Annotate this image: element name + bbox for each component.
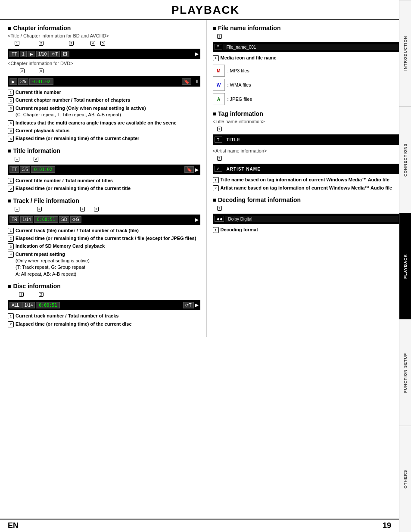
page-footer: EN 19 <box>0 519 399 532</box>
tag2-icon: A <box>215 166 222 172</box>
tag-bar2-markers: 2 <box>213 156 405 162</box>
decoding-icon: ◀◀ <box>215 216 224 222</box>
num-seg: 1 <box>20 51 27 57</box>
title-bar-wrapper: 1 2 TT 3/5 0:01:02 🔖 ▶ <box>8 157 200 175</box>
tr-seg: TR <box>9 216 19 223</box>
tab-introduction[interactable]: INTRODUCTION <box>399 0 411 106</box>
track-play: ▶ <box>195 217 199 223</box>
disc-section: Disc information 1 2 ALL 1/14 0:00:51 ⟳T… <box>8 283 200 327</box>
track-marker-2: 2 <box>37 207 42 212</box>
chapter-bar1-markers: 1 2 3 4 5 <box>8 41 200 47</box>
marker-6: 6 <box>39 68 44 73</box>
disc-play: ▶ <box>195 302 199 308</box>
chapter-bar2: ▶ 3/5 0:01:02 🔖 II <box>8 76 200 87</box>
tag-sub1: <Title name information> <box>213 119 405 124</box>
title-item-2: 2Elapsed time (or remaining time) of the… <box>8 185 200 192</box>
decoding-text: Dolby Digital <box>225 216 404 222</box>
tag-sub2: <Artist name information> <box>213 148 405 153</box>
tag-item-2: 2Artist name based on tag information of… <box>213 185 405 191</box>
chapter-item-4: 4Indicates that the multi camera angle i… <box>8 120 200 126</box>
decoding-bar-wrapper: 1 ◀◀ Dolby Digital <box>213 206 405 224</box>
track-section: Track / File information 1 2 3 4 TR 1/14… <box>8 197 200 278</box>
all-seg: ALL <box>9 302 22 308</box>
title-marker-1: 1 <box>15 157 19 162</box>
jpeg-media-item: A : JPEG files <box>213 93 405 105</box>
tab-function-setup[interactable]: FUNCTION SETUP <box>399 319 411 426</box>
tab-others[interactable]: OTHERS <box>399 426 411 532</box>
marker-2b: 2 <box>20 68 25 73</box>
title-ratio: 3/5 <box>20 166 30 173</box>
track-marker-4: 4 <box>94 207 99 212</box>
track-time: 0:00:51 <box>34 216 58 223</box>
tag1-text: TITLE <box>223 137 400 143</box>
chapter-bar1: TT 1 ▶ 1/10 ⟳T 🎞 ▶ <box>8 49 200 59</box>
play-seg2: ▶ <box>9 78 17 85</box>
disc-time: 0:00:51 <box>36 302 60 308</box>
chapter-sub2: <Chapter information for DVD> <box>8 61 200 66</box>
tab-playback[interactable]: PLAYBACK <box>399 213 411 319</box>
disc-bar-markers: 1 2 <box>8 292 200 298</box>
wma-icon: W <box>213 79 225 91</box>
repeat-seg: ⟳T <box>50 51 60 57</box>
title-time: 0:01:02 <box>31 166 55 173</box>
decoding-bar: ◀◀ Dolby Digital <box>213 214 405 224</box>
chapter-item-1: 1Current title number <box>8 89 200 96</box>
track-heading: Track / File information <box>8 197 200 204</box>
marker-2: 2 <box>39 41 44 46</box>
track-bar-wrapper: 1 2 3 4 TR 1/14 0:00:51 SD ⟳G ▶ <box>8 207 200 225</box>
title-items: 1Current title number / Total number of … <box>8 177 200 192</box>
track-bar-markers: 1 2 3 4 <box>8 207 200 213</box>
tag-heading: Tag information <box>213 110 405 117</box>
marker-5: 5 <box>100 41 105 46</box>
tag1-icon: T <box>215 137 222 143</box>
page-title: PLAYBACK <box>0 0 411 20</box>
chapter-ratio-seg: 3/5 <box>18 78 28 85</box>
track-item-2: 2Elapsed time (or remaining time) of the… <box>8 235 200 242</box>
disc-heading: Disc information <box>8 283 200 289</box>
disc-marker-1: 1 <box>19 292 24 297</box>
disc-bar-wrapper: 1 2 ALL 1/14 0:00:51 ⟳T ▶ <box>8 292 200 310</box>
disc-marker-2: 2 <box>39 292 44 297</box>
time-seg: 0:01:02 <box>29 78 53 85</box>
title-section: Title information 1 2 TT 3/5 0:01:02 🔖 ▶… <box>8 147 200 192</box>
bookmark-seg: 🔖 <box>182 78 191 85</box>
tag-bar1: T TITLE ▶ <box>213 134 405 145</box>
play-arrow: ▶ <box>195 51 199 57</box>
disc-repeat: ⟳T <box>183 302 193 308</box>
title-bar: TT 3/5 0:01:02 🔖 ▶ <box>8 165 200 175</box>
filename-markers: 1 <box>213 34 405 40</box>
track-item-4: 4Current repeat setting(Only when repeat… <box>8 251 200 278</box>
tag-item-1: 1Title name based on tag information of … <box>213 177 405 183</box>
jpeg-icon: A <box>213 93 225 105</box>
marker-4: 4 <box>90 41 95 46</box>
chapter-item-5: 5Current playback status <box>8 128 200 134</box>
filename-bar: 🖹 File_name_001 <box>213 42 405 52</box>
chapter-item-2: 2Current chapter number / Total number o… <box>8 97 200 103</box>
tag-bar1-markers: 1 <box>213 127 405 133</box>
tab-connections[interactable]: CONNECTIONS <box>399 106 411 213</box>
title-bar-markers: 1 2 <box>8 157 200 163</box>
tag-bar1-wrapper: 1 T TITLE ▶ <box>213 127 405 145</box>
decoding-markers: 1 <box>213 206 405 212</box>
chapter-count-seg: 1/10 <box>36 51 49 57</box>
tag-section: Tag information <Title name information>… <box>213 110 405 191</box>
filename-items: 1Media icon and file name <box>213 55 405 61</box>
marker-3: 3 <box>69 41 74 46</box>
decoding-marker-1: 1 <box>217 206 222 211</box>
track-item-1: 1Current track (file) number / Total num… <box>8 227 200 234</box>
repeat-g-seg: ⟳G <box>70 216 81 223</box>
filename-section: File name information 1 🖹 File_name_001 … <box>213 25 405 105</box>
pause-seg: II <box>196 79 198 84</box>
chapter-section: Chapter information <Title / Chapter inf… <box>8 25 200 142</box>
tt-seg: TT <box>9 51 19 57</box>
mp3-icon: M <box>213 65 225 77</box>
right-column: File name information 1 🖹 File_name_001 … <box>207 20 411 337</box>
filename-marker-1: 1 <box>217 34 222 39</box>
chapter-items: 1Current title number 2Current chapter n… <box>8 89 200 142</box>
filename-item-1: 1Media icon and file name <box>213 55 405 61</box>
title-heading: Title information <box>8 147 200 154</box>
chapter-bar2-markers: 2 6 <box>8 68 200 75</box>
filename-heading: File name information <box>213 25 405 31</box>
chapter-heading: Chapter information <box>8 25 200 31</box>
tag-marker-2: 2 <box>217 156 222 161</box>
